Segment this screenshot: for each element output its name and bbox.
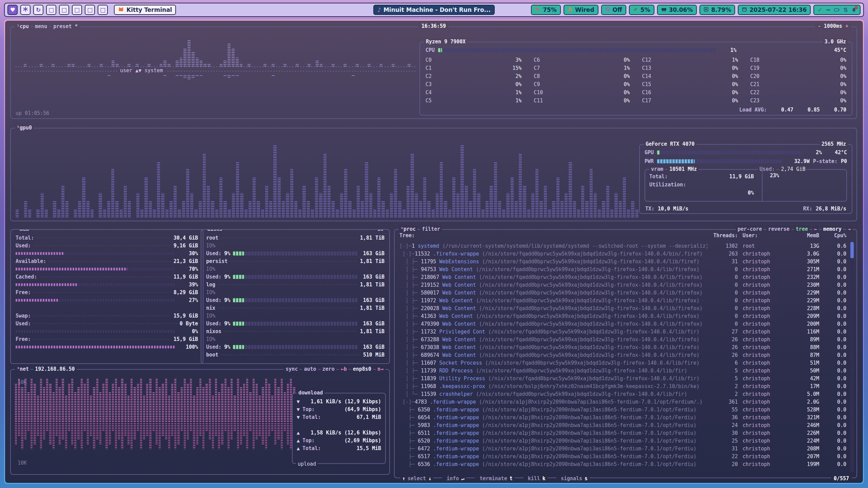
iface-next-button[interactable]: n→: [376, 366, 385, 372]
workspace-button[interactable]: □: [46, 5, 56, 15]
graph-column: [174, 423, 176, 449]
battery-icon[interactable]: [834, 7, 840, 13]
process-row[interactable]: │ ├─ 11739 RDD Process (/nix/store/fqadd…: [399, 367, 846, 374]
notification-bell-icon[interactable]: [851, 7, 856, 13]
launcher-button[interactable]: ♥: [7, 5, 18, 15]
hint-key: k: [542, 475, 546, 482]
graph-column: [112, 383, 114, 422]
process-row[interactable]: │ ├─ 11732 Privileged Cont (/nix/store/f…: [399, 328, 846, 336]
footer-hint[interactable]: ↑ select ↓: [400, 475, 433, 482]
gpu-panel-toggle[interactable]: ⁵gpu0: [15, 124, 34, 131]
process-row[interactable]: ├─ 6654 .ferdium-wrappe (/nix/store/a1pj…: [399, 413, 846, 421]
process-row[interactable]: ├─ 6517 .ferdium-wrappe (/nix/store/a1pj…: [399, 452, 846, 460]
process-row[interactable]: │ ├─ 11607 Socket Process (/nix/store/fq…: [399, 359, 846, 367]
footer-hint[interactable]: kill k: [524, 475, 548, 482]
process-scrollbar[interactable]: [850, 242, 854, 472]
updown-arrows-icon[interactable]: ⇅: [843, 6, 848, 13]
gpu-usage-graph: [16, 137, 639, 217]
disks-io-toggle[interactable]: io: [376, 229, 385, 232]
process-row[interactable]: │ ├─ 689674 Web Content (/nix/store/fqad…: [399, 351, 846, 359]
net-auto-toggle[interactable]: auto: [302, 366, 318, 372]
disk-usage-button[interactable]: 8.79%: [699, 5, 735, 15]
process-row[interactable]: [-]─ 1 systemd (/run/current-system/syst…: [399, 242, 846, 250]
process-row[interactable]: │ ├─ 11968 .keepassxc-prox (/nix/store/b…: [399, 382, 846, 390]
footer-hint[interactable]: signals s: [556, 475, 590, 482]
graph-column: [190, 379, 192, 422]
process-row[interactable]: ├─ 6520 .ferdium-wrappe (/nix/store/a1pj…: [399, 437, 846, 445]
process-row[interactable]: ├─ 6511 .ferdium-wrappe (/nix/store/a1pj…: [399, 429, 846, 437]
upload-stat-row: ▲ 1,58 KiB/s (12,6 Kibps): [297, 429, 381, 436]
network-button[interactable]: Wired: [564, 5, 598, 15]
process-row[interactable]: │ ├─ 580017 Web Content (/nix/store/fqad…: [399, 289, 846, 297]
process-row[interactable]: │ ├─ 673038 Web Content (/nix/store/fqad…: [399, 343, 846, 351]
process-row[interactable]: ├─ 6536 .ferdium-wrappe (/nix/store/a1pj…: [399, 460, 846, 468]
process-row[interactable]: [-]─ 11532 .firefox-wrappe (/nix/store/f…: [399, 250, 846, 258]
menu-button[interactable]: menu: [33, 23, 49, 30]
nix-button[interactable]: [20, 5, 31, 15]
process-row[interactable]: │ ├─ 479390 Web Content (/nix/store/fqad…: [399, 320, 846, 328]
footer-hint[interactable]: terminate t: [475, 475, 514, 482]
iface-prev-button[interactable]: ←b: [339, 366, 349, 372]
idle-inhibitor-button[interactable]: Off: [601, 5, 626, 15]
memory-panel-toggle[interactable]: ²mem: [15, 229, 31, 232]
workspace-button[interactable]: □: [59, 5, 69, 15]
clock-button[interactable]: 2025-07-22 16:36: [738, 5, 811, 15]
interval-decrease-button[interactable]: -: [818, 23, 821, 29]
graph-column: [307, 201, 310, 217]
per-core-toggle[interactable]: per-core: [736, 226, 764, 232]
cpu-graph-mode-label[interactable]: user ▲▼ system: [117, 67, 165, 74]
workspace-button[interactable]: □: [85, 5, 95, 15]
cpu-core-row: C7 1%: [534, 64, 630, 72]
header-memory[interactable]: MemB: [789, 232, 819, 239]
header-tree[interactable]: Tree:: [399, 232, 707, 239]
header-user[interactable]: User:: [738, 232, 789, 239]
wave-icon[interactable]: ~: [826, 6, 831, 13]
process-row[interactable]: │ └─ 11539 crashhelper (/nix/store/fqadd…: [399, 390, 846, 398]
tree-toggle[interactable]: tree: [794, 226, 810, 232]
net-sync-toggle[interactable]: sync: [284, 366, 299, 372]
now-playing-label: Minuit Machine - Don't Run Fro...: [383, 6, 491, 13]
process-row[interactable]: │ ├─ 673288 Web Content (/nix/store/fqad…: [399, 336, 846, 343]
process-pid: 673038: [421, 344, 439, 350]
graph-column: [65, 201, 68, 217]
sort-prev-button[interactable]: ←: [812, 226, 819, 232]
process-row[interactable]: ├─ 5983 .ferdium-wrappe (/nix/store/a1pj…: [399, 421, 846, 429]
preset-button[interactable]: preset *: [52, 23, 79, 30]
graph-column: [353, 209, 356, 217]
kitty-terminal-button[interactable]: Kitty Terminal: [114, 5, 176, 15]
updates-ok-icon[interactable]: ✓: [817, 6, 822, 13]
process-row[interactable]: │ ├─ 219152 Web Content (/nix/store/fqad…: [399, 281, 846, 289]
process-row[interactable]: │ ├─ 94753 Web Content (/nix/store/fqadd…: [399, 265, 846, 273]
interval-increase-button[interactable]: +: [845, 23, 848, 29]
memory-usage-button[interactable]: 30.06%: [657, 5, 697, 15]
header-threads[interactable]: Threads:: [707, 232, 738, 239]
workspace-button[interactable]: □: [98, 5, 108, 15]
volume-button[interactable]: 75%: [531, 5, 561, 15]
footer-hint[interactable]: info ↵: [442, 475, 466, 482]
process-row[interactable]: ├─ 6472 .ferdium-wrappe (/nix/store/a1pj…: [399, 445, 846, 452]
filter-button[interactable]: filter: [420, 226, 442, 232]
process-row[interactable]: │ ├─ 11795 WebExtensions (/nix/store/fqa…: [399, 258, 846, 265]
process-panel-toggle[interactable]: ⁴proc: [399, 226, 417, 232]
header-cpu[interactable]: Cpu%: [819, 232, 846, 239]
refresh-button[interactable]: ↻: [33, 5, 43, 15]
workspace-button[interactable]: □: [72, 5, 82, 15]
process-row[interactable]: [-]─ 4783 .ferdium-wrappe (/nix/store/a1…: [399, 398, 846, 406]
tree-branch: ├─: [399, 453, 418, 460]
process-user: christoph: [738, 430, 789, 436]
cpu-panel-toggle[interactable]: ¹cpu: [15, 23, 31, 30]
reverse-toggle[interactable]: reverse: [766, 226, 791, 232]
process-row[interactable]: │ ├─ 220028 Web Content (/nix/store/fqad…: [399, 304, 846, 312]
process-row[interactable]: │ ├─ 41363 Web Content (/nix/store/fqadd…: [399, 312, 846, 320]
process-row[interactable]: │ ├─ 11972 Web Content (/nix/store/fqadd…: [399, 297, 846, 304]
graph-column: [361, 201, 364, 217]
cpu-usage-button[interactable]: 5%: [629, 5, 654, 15]
process-row[interactable]: │ ├─ 218067 Web Content (/nix/store/fqad…: [399, 273, 846, 281]
net-zero-toggle[interactable]: zero: [321, 366, 336, 372]
process-row[interactable]: │ ├─ 11839 Utility Process (/nix/store/f…: [399, 374, 846, 382]
sort-next-button[interactable]: →: [846, 226, 852, 232]
media-player-button[interactable]: ♪ Minuit Machine - Don't Run Fro...: [373, 5, 495, 15]
scrollbar-thumb[interactable]: [850, 242, 854, 258]
network-panel-toggle[interactable]: ³net: [15, 366, 31, 372]
process-row[interactable]: ├─ 6350 .ferdium-wrappe (/nix/store/a1pj…: [399, 406, 846, 413]
